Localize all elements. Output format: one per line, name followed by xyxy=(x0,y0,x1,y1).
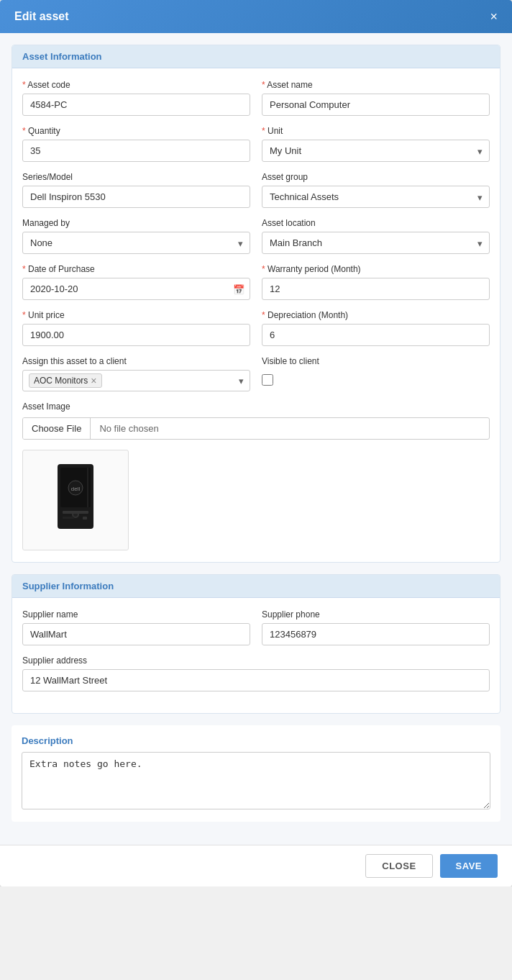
date-of-purchase-label: * Date of Purchase xyxy=(22,264,250,274)
svg-rect-5 xyxy=(63,517,74,519)
field-depreciation: * Depreciation (Month) xyxy=(262,310,490,346)
visible-to-client-checkbox-wrap xyxy=(262,370,490,386)
field-managed-by: Managed by None xyxy=(22,218,250,254)
managed-by-label: Managed by xyxy=(22,218,250,228)
asset-group-label: Asset group xyxy=(262,172,490,182)
date-input-wrap: 📅 xyxy=(22,278,250,300)
unit-select[interactable]: My Unit xyxy=(262,140,490,162)
choose-file-button[interactable]: Choose File xyxy=(23,418,91,439)
description-section: Description Extra notes go here. xyxy=(12,725,500,822)
asset-information-body: * Asset code * Asset name xyxy=(12,68,500,562)
field-assign-client: Assign this asset to a client AOC Monito… xyxy=(22,356,250,391)
row-series-assetgroup: Series/Model Asset group Technical Asset… xyxy=(22,172,490,208)
field-supplier-address: Supplier address xyxy=(22,655,490,691)
date-of-purchase-input[interactable] xyxy=(22,278,250,300)
field-series-model: Series/Model xyxy=(22,172,250,208)
asset-information-header: Asset Information xyxy=(12,45,500,68)
asset-name-required: * xyxy=(262,80,265,90)
pc-image: dell xyxy=(43,460,108,540)
supplier-address-label: Supplier address xyxy=(22,655,490,666)
supplier-address-input[interactable] xyxy=(22,669,490,691)
supplier-name-label: Supplier name xyxy=(22,609,250,620)
supplier-phone-input[interactable] xyxy=(262,623,490,645)
supplier-name-input[interactable] xyxy=(22,623,250,645)
field-date-of-purchase: * Date of Purchase 📅 xyxy=(22,264,250,300)
managed-by-select-wrap: None xyxy=(22,232,250,254)
field-asset-group: Asset group Technical Assets xyxy=(262,172,490,208)
modal-header: Edit asset × xyxy=(0,0,512,33)
unit-select-wrap: My Unit xyxy=(262,140,490,162)
asset-group-select-wrap: Technical Assets xyxy=(262,186,490,208)
row-supplier-address: Supplier address xyxy=(22,655,490,691)
modal-title: Edit asset xyxy=(14,10,69,23)
unit-required: * xyxy=(262,126,265,136)
svg-text:dell: dell xyxy=(71,486,81,492)
depreciation-input[interactable] xyxy=(262,324,490,346)
row-asset-code-name: * Asset code * Asset name xyxy=(22,80,490,116)
asset-location-select[interactable]: Main Branch xyxy=(262,232,490,254)
field-visible-to-client: Visible to client xyxy=(262,356,490,391)
unit-label: * Unit xyxy=(262,126,490,136)
assign-chevron-icon[interactable]: ▾ xyxy=(239,376,244,386)
close-button[interactable]: CLOSE xyxy=(365,854,432,878)
managed-by-select[interactable]: None xyxy=(22,232,250,254)
supplier-information-card: Supplier Information Supplier name Suppl… xyxy=(12,574,500,714)
svg-rect-9 xyxy=(83,517,87,520)
quantity-label: * Quantity xyxy=(22,126,250,136)
visible-to-client-label: Visible to client xyxy=(262,356,490,366)
remove-assign-tag-button[interactable]: × xyxy=(91,376,96,386)
field-unit-price: * Unit price xyxy=(22,310,250,346)
unit-price-input[interactable] xyxy=(22,324,250,346)
field-quantity: * Quantity xyxy=(22,126,250,162)
modal-footer: CLOSE SAVE xyxy=(0,845,512,886)
supplier-information-header: Supplier Information xyxy=(12,575,500,598)
save-button[interactable]: SAVE xyxy=(440,854,498,878)
assign-client-label: Assign this asset to a client xyxy=(22,356,250,366)
row-assign-visible: Assign this asset to a client AOC Monito… xyxy=(22,356,490,391)
field-supplier-name: Supplier name xyxy=(22,609,250,645)
series-model-input[interactable] xyxy=(22,186,250,208)
edit-asset-modal: Edit asset × Asset Information * Asset c… xyxy=(0,0,512,886)
file-name-display: No file chosen xyxy=(91,418,489,439)
warranty-period-label: * Warranty period (Month) xyxy=(262,264,490,274)
asset-location-select-wrap: Main Branch xyxy=(262,232,490,254)
asset-image-preview: dell xyxy=(22,450,129,550)
row-date-warranty: * Date of Purchase 📅 * Warranty period (… xyxy=(22,264,490,300)
row-supplier-name-phone: Supplier name Supplier phone xyxy=(22,609,490,645)
asset-information-card: Asset Information * Asset code * xyxy=(12,45,500,563)
row-managed-location: Managed by None Asset location Main Bran… xyxy=(22,218,490,254)
assign-client-tag: AOC Monitors × xyxy=(29,373,102,388)
calendar-icon[interactable]: 📅 xyxy=(233,283,244,294)
field-unit: * Unit My Unit xyxy=(262,126,490,162)
unit-price-label: * Unit price xyxy=(22,310,250,320)
supplier-information-body: Supplier name Supplier phone Supplier ad… xyxy=(12,598,500,713)
asset-image-section: Asset Image Choose File No file chosen xyxy=(22,401,490,440)
assign-client-input-wrap[interactable]: AOC Monitors × ▾ xyxy=(22,370,250,391)
quantity-input[interactable] xyxy=(22,140,250,162)
visible-to-client-checkbox[interactable] xyxy=(262,374,273,386)
row-price-depreciation: * Unit price * Depreciation (Month) xyxy=(22,310,490,346)
asset-code-input[interactable] xyxy=(22,94,250,116)
asset-code-required: * xyxy=(22,80,26,90)
asset-name-input[interactable] xyxy=(262,94,490,116)
field-warranty-period: * Warranty period (Month) xyxy=(262,264,490,300)
description-textarea[interactable]: Extra notes go here. xyxy=(22,752,490,809)
series-model-label: Series/Model xyxy=(22,172,250,182)
field-asset-location: Asset location Main Branch xyxy=(262,218,490,254)
quantity-required: * xyxy=(22,126,26,136)
depreciation-label: * Depreciation (Month) xyxy=(262,310,490,320)
supplier-phone-label: Supplier phone xyxy=(262,609,490,620)
asset-group-select[interactable]: Technical Assets xyxy=(262,186,490,208)
file-input-wrapper: Choose File No file chosen xyxy=(22,417,490,440)
description-label: Description xyxy=(22,735,490,746)
field-asset-code: * Asset code xyxy=(22,80,250,116)
field-supplier-phone: Supplier phone xyxy=(262,609,490,645)
modal-close-x-button[interactable]: × xyxy=(490,10,498,23)
field-asset-name: * Asset name xyxy=(262,80,490,116)
modal-body: Asset Information * Asset code * xyxy=(0,33,512,845)
warranty-period-input[interactable] xyxy=(262,278,490,300)
asset-image-label: Asset Image xyxy=(22,401,490,412)
svg-rect-4 xyxy=(63,511,88,514)
asset-code-label: * Asset code xyxy=(22,80,250,90)
asset-name-label: * Asset name xyxy=(262,80,490,90)
